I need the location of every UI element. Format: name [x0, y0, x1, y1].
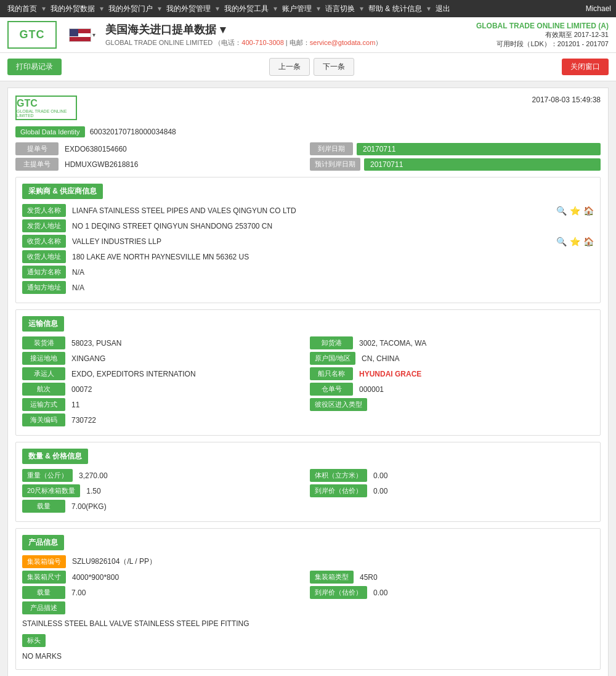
consignee-name-value: VALLEY INDUSTRIES LLP	[70, 236, 547, 247]
weight-col: 重量（公斤） 3,270.00	[22, 469, 306, 482]
shipper-addr-label: 发货人地址	[22, 219, 66, 232]
transport-mode-value: 11	[69, 399, 306, 410]
nav-help[interactable]: 帮助 & 统计信息	[366, 4, 424, 14]
transport-ftz-row: 运输方式 11 彼役区进入类型	[22, 398, 594, 411]
search-icon[interactable]: 🔍	[556, 205, 567, 216]
phone-link[interactable]: 400-710-3008	[241, 39, 284, 46]
carrier-vessel-row: 承运人 EXDO, EXPEDITORS INTERNATION 船只名称 HY…	[22, 367, 594, 380]
product-desc-value: STAINLESS STEEL BALL VALVE STAINLESS STE…	[22, 617, 594, 630]
voyage-value: 00072	[69, 384, 306, 395]
nav-account[interactable]: 账户管理	[280, 4, 314, 14]
flag-dropdown-arrow: ▾	[92, 31, 95, 38]
load-port-value: 58023, PUSAN	[69, 338, 306, 349]
est-arrival-value: 20170711	[364, 158, 601, 171]
logo-small-area: GTC GLOBAL TRADE ONLINE LIMITED	[15, 96, 77, 120]
nav-trade-data[interactable]: 我的外贸数据	[48, 4, 97, 14]
product-qty-value: 7.00	[69, 587, 306, 598]
nav-trade-manage[interactable]: 我的外贸管理	[164, 4, 213, 14]
vessel-value: HYUNDAI GRACE	[357, 369, 594, 380]
header-subtitle: GLOBAL TRADE ONLINE LIMITED （电话：400-710-…	[105, 38, 476, 47]
container20-label: 20尺标准箱数量	[22, 484, 80, 497]
next-button[interactable]: 下一条	[314, 58, 354, 76]
discharge-port-col: 卸货港 3002, TACOMA, WA	[310, 336, 594, 349]
voyage-label: 航次	[22, 383, 65, 396]
container-no-label: 集装箱编号	[22, 555, 66, 568]
customs-label: 海关编码	[22, 413, 65, 426]
consignee-search-icon[interactable]: 🔍	[556, 236, 567, 247]
record-timestamp: 2017-08-03 15:49:38	[532, 96, 601, 104]
transport-mode-label: 运输方式	[22, 398, 65, 411]
container-no-row: 集装箱编号 SZLU9826104（/L / PP）	[22, 555, 594, 568]
email-link[interactable]: service@gtodata.com	[310, 39, 376, 46]
consignee-icons: 🔍 ⭐ 🏠	[556, 236, 594, 247]
product-desc-row: 产品描述	[22, 601, 594, 614]
product-header: 产品信息	[22, 535, 64, 550]
qty-row: 载量 7.00(PKG)	[22, 500, 594, 513]
origin-col: 原户国/地区 CN, CHINA	[310, 352, 594, 365]
consignee-name-row: 收货人名称 VALLEY INDUSTRIES LLP 🔍 ⭐ 🏠	[22, 235, 594, 248]
container20-col: 20尺标准箱数量 1.50	[22, 484, 306, 497]
storage-label: 仓单号	[310, 383, 353, 396]
container-no-value: SZLU9826104（/L / PP）	[70, 555, 594, 568]
title-arrow: ▾	[220, 23, 225, 36]
logo: GTC	[7, 21, 57, 49]
origin-label: 原户国/地区	[310, 352, 355, 365]
nav-buttons: 上一条 下一条	[269, 58, 354, 76]
gdi-value: 600320170718000034848	[90, 128, 176, 136]
consignee-home-icon[interactable]: 🏠	[583, 236, 594, 247]
master-bill-value: HDMUXGWB2618816	[62, 159, 306, 170]
available-period: 可用时段（LDK）：201201 - 201707	[476, 39, 609, 49]
container-size-label: 集装箱尺寸	[22, 571, 66, 584]
gdi-row: Global Data Identity 6003201707180000348…	[15, 126, 601, 137]
nav-home[interactable]: 我的首页	[5, 4, 39, 14]
notify-name-label: 通知方名称	[22, 266, 66, 279]
company-name: GLOBAL TRADE ONLINE LIMITED (A)	[476, 22, 609, 30]
flag-area[interactable]: ▾	[69, 28, 95, 42]
main-content: GTC GLOBAL TRADE ONLINE LIMITED 2017-08-…	[7, 88, 609, 676]
gtc-logo-small: GTC GLOBAL TRADE ONLINE LIMITED	[15, 96, 77, 120]
nav-logout[interactable]: 退出	[433, 4, 453, 14]
carrier-col: 承运人 EXDO, EXPEDITORS INTERNATION	[22, 367, 306, 380]
origin-value: CN, CHINA	[359, 353, 594, 364]
customs-value: 730722	[69, 415, 594, 426]
nav-language[interactable]: 语言切换	[323, 4, 357, 14]
print-button[interactable]: 打印易记录	[7, 59, 62, 75]
receipt-value: XINGANG	[69, 353, 306, 364]
top-navigation: 我的首页▾ 我的外贸数据▾ 我的外贸门户▾ 我的外贸管理▾ 我的外贸工具▾ 账户…	[0, 0, 616, 17]
vessel-col: 船只名称 HYUNDAI GRACE	[310, 367, 594, 380]
prev-button[interactable]: 上一条	[269, 58, 310, 76]
weight-value: 3,270.00	[76, 470, 306, 481]
vessel-label: 船只名称	[310, 367, 353, 380]
arrival-date-value: 20170711	[357, 143, 601, 155]
container-size-type-row: 集装箱尺寸 4000*900*800 集装箱类型 45R0	[22, 571, 594, 584]
record-header: GTC GLOBAL TRADE ONLINE LIMITED 2017-08-…	[15, 96, 601, 120]
star-icon[interactable]: ⭐	[569, 205, 580, 216]
consignee-addr-row: 收货人地址 180 LAKE AVE NORTH PAYNESVILLE MN …	[22, 250, 594, 263]
customs-row: 海关编码 730722	[22, 413, 594, 426]
consignee-star-icon[interactable]: ⭐	[569, 236, 580, 247]
product-desc-label: 产品描述	[22, 601, 65, 614]
buyer-supplier-section: 采购商 & 供应商信息 发货人名称 LIANFA STAINLESS STEEL…	[15, 177, 601, 303]
carrier-label: 承运人	[22, 367, 65, 380]
container20-value: 1.50	[84, 486, 306, 497]
home-icon[interactable]: 🏠	[583, 205, 594, 216]
consignee-name-label: 收货人名称	[22, 235, 66, 248]
notify-name-row: 通知方名称 N/A	[22, 266, 594, 279]
close-button[interactable]: 关闭窗口	[562, 59, 609, 75]
bill-no-col: 提单号 EXDO6380154660	[15, 142, 306, 155]
volume-value: 0.00	[371, 470, 594, 481]
weight-label: 重量（公斤）	[22, 469, 73, 482]
receipt-label: 接运地地	[22, 352, 65, 365]
ftz-value	[371, 404, 594, 406]
consignee-addr-value: 180 LAKE AVE NORTH PAYNESVILLE MN 56362 …	[70, 251, 594, 263]
nav-trade-portal[interactable]: 我的外贸门户	[106, 4, 155, 14]
marks-row: 标头	[22, 634, 594, 647]
container-type-col: 集装箱类型 45R0	[310, 571, 594, 584]
logo-area: GTC	[7, 21, 57, 49]
shipper-name-label: 发货人名称	[22, 204, 66, 217]
nav-trade-tools[interactable]: 我的外贸工具	[222, 4, 271, 14]
arrival-price-value: 0.00	[371, 486, 594, 497]
storage-value: 000001	[357, 384, 594, 395]
marks-value: NO MARKS	[22, 650, 594, 663]
arrival-price-col: 到岸价（估价） 0.00	[310, 484, 594, 497]
